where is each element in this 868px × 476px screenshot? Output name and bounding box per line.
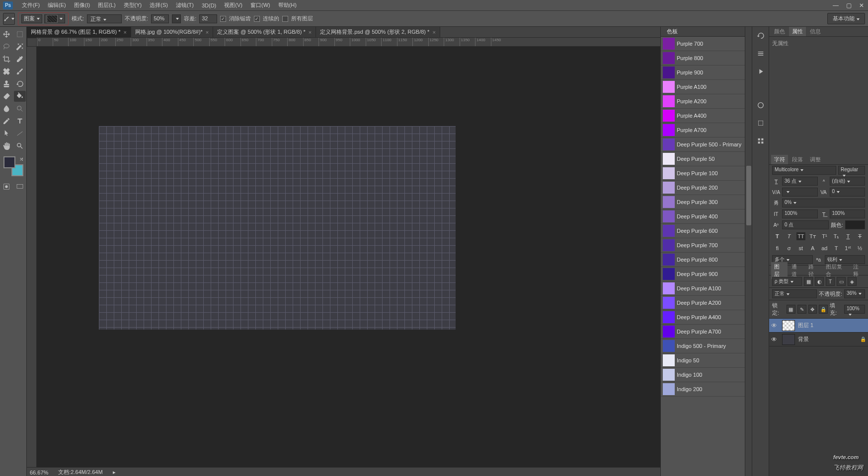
zoom-tool[interactable] <box>14 140 26 151</box>
color-swatches[interactable]: ⤭ <box>3 156 23 176</box>
close-icon[interactable]: × <box>432 29 435 35</box>
shape-tool[interactable] <box>14 128 26 139</box>
layer-row[interactable]: 👁 背景 🔒 <box>769 333 868 346</box>
layer-name[interactable]: 背景 <box>798 336 809 343</box>
screenmode-tool[interactable] <box>14 181 26 192</box>
marquee-tool[interactable] <box>14 29 26 40</box>
pattern-picker[interactable] <box>44 14 65 23</box>
swatch-row[interactable]: Deep Purple 100 <box>661 166 745 181</box>
swatch-row[interactable]: Deep Purple 700 <box>661 238 745 253</box>
swatch-row[interactable]: Deep Purple A700 <box>661 325 745 339</box>
swatch-row[interactable]: Purple 900 <box>661 66 745 80</box>
history-panel-icon[interactable] <box>755 30 767 42</box>
ruler-origin[interactable] <box>27 38 37 47</box>
underline-button[interactable]: T <box>844 232 853 240</box>
document-canvas[interactable] <box>99 126 456 330</box>
blur-tool[interactable] <box>0 103 12 114</box>
play-panel-icon[interactable] <box>755 66 767 77</box>
lock-trans-icon[interactable]: ▦ <box>787 305 795 314</box>
bold-button[interactable]: T <box>773 232 782 240</box>
minimize-button[interactable]: — <box>829 0 842 10</box>
layer-opacity-input[interactable]: 36% <box>844 289 865 298</box>
swap-colors-icon[interactable]: ⤭ <box>19 156 23 162</box>
lock-all-icon[interactable]: 🔒 <box>819 305 828 314</box>
hand-tool[interactable] <box>0 140 12 151</box>
tab-paragraph[interactable]: 段落 <box>789 155 806 164</box>
history-brush-tool[interactable] <box>14 78 26 89</box>
antialias-checkbox[interactable]: ✓ <box>220 16 226 22</box>
tab-properties[interactable]: 属性 <box>789 27 806 36</box>
ot-half[interactable]: ½ <box>856 244 865 252</box>
subscript-button[interactable]: T₁ <box>832 232 841 240</box>
superscript-button[interactable]: T¹ <box>820 232 829 240</box>
swatch-row[interactable]: Purple A400 <box>661 109 745 123</box>
layer-blend-select[interactable]: 正常 <box>772 289 817 298</box>
layer-fill-input[interactable]: 100% <box>844 305 865 314</box>
workspace-switcher[interactable]: 基本功能 <box>827 13 865 24</box>
layer-row[interactable]: 👁 图层 1 <box>769 319 868 333</box>
tool-preset-picker[interactable] <box>3 13 15 25</box>
menu-view[interactable]: 视图(V) <box>220 0 246 10</box>
swatch-row[interactable]: Deep Purple 500 - Primary <box>661 137 745 152</box>
swatch-row[interactable]: Deep Purple A400 <box>661 310 745 325</box>
doc-tab-3[interactable]: 定义网格背景.psd @ 500% (形状 2, RGB/8) *× <box>316 27 440 37</box>
ot-fi[interactable]: fi <box>773 244 782 252</box>
styles-panel-icon[interactable] <box>755 99 767 111</box>
strike-button[interactable]: T <box>856 232 865 240</box>
magic-wand-tool[interactable] <box>14 41 26 52</box>
contiguous-checkbox[interactable]: ✓ <box>254 16 260 22</box>
leading-input[interactable]: (自动) <box>830 177 866 186</box>
layer-filter-select[interactable]: ρ 类型 <box>772 277 802 286</box>
layers-panel-icon[interactable] <box>755 117 767 129</box>
layer-name[interactable]: 图层 1 <box>798 322 813 329</box>
dodge-tool[interactable] <box>14 103 26 114</box>
tab-character[interactable]: 字符 <box>771 155 788 164</box>
doc-tab-1[interactable]: 网格.jpg @ 100%(RGB/8#)*× <box>131 27 213 37</box>
close-icon[interactable]: × <box>206 29 209 35</box>
status-arrow-icon[interactable]: ▸ <box>113 469 116 476</box>
tab-adjustments[interactable]: 调整 <box>807 155 824 164</box>
menu-filter[interactable]: 滤镜(T) <box>172 0 198 10</box>
brush-tool[interactable] <box>14 66 26 77</box>
channels-panel-icon[interactable] <box>755 135 767 147</box>
hscale-input[interactable]: 100% <box>830 209 866 218</box>
ot-ad[interactable]: ad <box>820 244 829 252</box>
filter-shape-icon[interactable]: ▭ <box>837 277 846 286</box>
fill-type-select[interactable]: 图案 <box>21 14 42 23</box>
lasso-tool[interactable] <box>0 41 12 52</box>
maximize-button[interactable]: ▢ <box>842 0 855 10</box>
swatch-row[interactable]: Purple A200 <box>661 94 745 109</box>
tracking-input[interactable]: 0 <box>830 188 866 197</box>
ot-A[interactable]: A <box>808 244 817 252</box>
ruler-horizontal[interactable]: 0501001502002503003504004505005506006507… <box>37 38 660 47</box>
all-layers-checkbox[interactable] <box>282 16 288 22</box>
scroll-thumb[interactable] <box>746 166 751 225</box>
stamp-tool[interactable] <box>0 78 12 89</box>
swatch-row[interactable]: Deep Purple A100 <box>661 281 745 296</box>
tab-info[interactable]: 信息 <box>807 27 824 36</box>
swatch-row[interactable]: Purple 800 <box>661 51 745 66</box>
swatch-row[interactable]: Deep Purple 400 <box>661 209 745 224</box>
path-select-tool[interactable] <box>0 128 12 139</box>
allcaps-button[interactable]: TT <box>796 232 805 240</box>
swatch-row[interactable]: Deep Purple 300 <box>661 195 745 209</box>
swatch-row[interactable]: Deep Purple A200 <box>661 296 745 310</box>
ot-1st[interactable]: 1ˢᵗ <box>844 244 853 252</box>
swatches-tab[interactable]: 色板 <box>664 27 681 36</box>
swatch-row[interactable]: Purple A100 <box>661 80 745 94</box>
canvas-viewport[interactable] <box>37 47 660 467</box>
lock-pos-icon[interactable]: ✥ <box>808 305 817 314</box>
ot-st[interactable]: st <box>796 244 805 252</box>
close-icon[interactable]: × <box>124 29 127 35</box>
smallcaps-button[interactable]: Tᴛ <box>808 232 817 240</box>
filter-pixel-icon[interactable]: ▦ <box>804 277 813 286</box>
swatch-scrollbar[interactable] <box>745 27 752 476</box>
move-tool[interactable] <box>0 29 12 40</box>
ot-T[interactable]: T <box>832 244 841 252</box>
font-size-input[interactable]: 36 点 <box>782 177 818 186</box>
filter-smart-icon[interactable]: ◈ <box>848 277 857 286</box>
foreground-color-swatch[interactable] <box>3 156 15 168</box>
swatch-row[interactable]: Purple A700 <box>661 123 745 137</box>
tab-color[interactable]: 颜色 <box>771 27 788 36</box>
crop-tool[interactable] <box>0 54 12 65</box>
